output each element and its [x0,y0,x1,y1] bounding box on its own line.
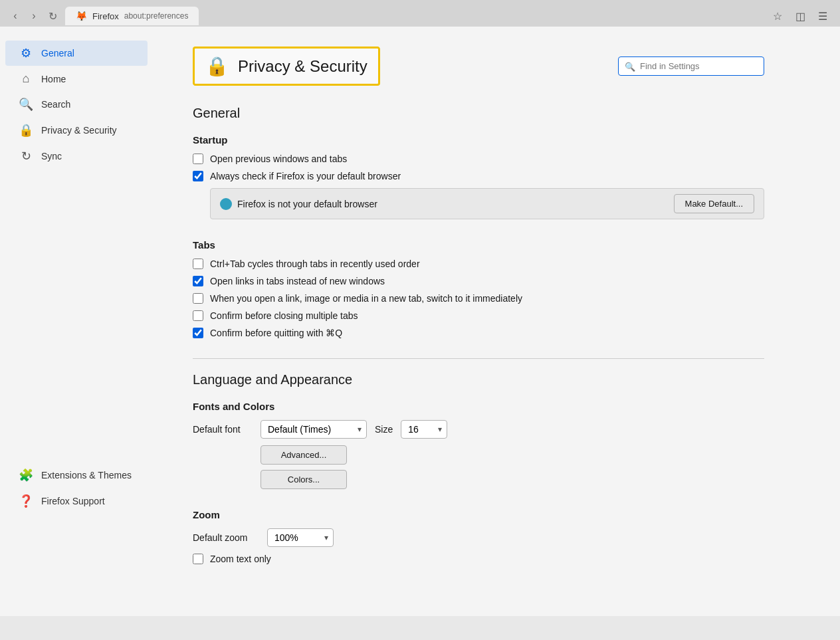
section-divider [193,358,764,359]
lang-appearance-block: Language and Appearance Fonts and Colors… [193,372,764,489]
zoom-text-only-row: Zoom text only [193,554,764,564]
default-zoom-row: Default zoom 100% [193,528,764,547]
sidebar-item-general[interactable]: ⚙ General [5,41,148,66]
page-header: 🔒 Privacy & Security 🔍 [193,27,764,99]
tabs-block: Tabs Ctrl+Tab cycles through tabs in rec… [193,239,764,338]
size-select[interactable]: 16 [401,420,447,439]
sidebar-item-search[interactable]: 🔍 Search [5,92,148,117]
ctrl-tab-label: Ctrl+Tab cycles through tabs in recently… [210,259,420,269]
general-section-title: General [193,106,764,121]
search-box: 🔍 [618,56,764,76]
sidebar-label-extensions: Extensions & Themes [41,470,132,480]
default-zoom-label: Default zoom [193,532,259,543]
advanced-button[interactable]: Advanced... [261,445,347,465]
tab-bar: ‹ › ↻ 🦊 Firefox about:preferences ☆ ◫ ☰ [0,0,840,27]
sidebar-label-home: Home [41,74,66,84]
find-search-icon: 🔍 [625,61,635,71]
font-buttons: Advanced... Colors... [261,445,764,489]
extensions-icon: 🧩 [19,468,33,482]
lock-icon: 🔒 [19,123,33,138]
default-browser-row: Firefox is not your default browser Make… [210,188,764,219]
sidebar-item-sync[interactable]: ↻ Sync [5,144,148,169]
menu-button[interactable]: ☰ [813,7,832,25]
switch-new-tab-row: When you open a link, image or media in … [193,293,764,304]
confirm-quit-checkbox[interactable] [193,328,203,338]
content-inner: 🔒 Privacy & Security 🔍 General Startup O… [193,27,764,564]
forward-button[interactable]: › [27,9,41,23]
sidebar-label-sync: Sync [41,151,62,161]
sidebar-label-search: Search [41,99,70,110]
back-button[interactable]: ‹ [8,9,23,23]
lang-appearance-title: Language and Appearance [193,372,764,387]
tab-title: Firefox [92,11,119,21]
open-links-tabs-label: Open links in tabs instead of new window… [210,276,385,286]
sidebar-label-support: Firefox Support [41,496,105,506]
pocket-button[interactable]: ◫ [791,7,809,25]
switch-new-tab-label: When you open a link, image or media in … [210,293,522,304]
sidebar-item-support[interactable]: ❓ Firefox Support [5,488,148,514]
open-previous-label: Open previous windows and tabs [210,154,347,164]
sidebar-label-privacy: Privacy & Security [41,125,117,136]
sidebar-item-home[interactable]: ⌂ Home [5,66,148,91]
browser-chrome: ‹ › ↻ 🦊 Firefox about:preferences ☆ ◫ ☰ [0,0,840,27]
search-icon: 🔍 [19,97,33,112]
make-default-button[interactable]: Make Default... [674,194,754,213]
ctrl-tab-checkbox[interactable] [193,259,203,269]
sync-icon: ↻ [19,149,33,163]
gear-icon: ⚙ [19,46,33,60]
home-icon: ⌂ [19,72,33,86]
reload-button[interactable]: ↻ [45,9,60,23]
sidebar-item-privacy[interactable]: 🔒 Privacy & Security [5,118,148,143]
confirm-quit-row: Confirm before quitting with ⌘Q [193,328,764,338]
main-content: 🔒 Privacy & Security 🔍 General Startup O… [153,27,840,616]
open-links-tabs-checkbox[interactable] [193,276,203,286]
tabs-title: Tabs [193,239,764,251]
size-label: Size [375,424,393,435]
zoom-block: Zoom Default zoom 100% Zoom text only [193,509,764,564]
zoom-select[interactable]: 100% [267,528,334,547]
browser-tab[interactable]: 🦊 Firefox about:preferences [65,7,199,25]
default-browser-icon [220,198,232,210]
check-default-row: Always check if Firefox is your default … [193,171,764,181]
zoom-text-only-label: Zoom text only [210,554,271,564]
fonts-colors-title: Fonts and Colors [193,401,764,412]
check-default-label: Always check if Firefox is your default … [210,171,401,181]
toolbar-right: ☆ ◫ ☰ [768,7,832,25]
bookmark-button[interactable]: ☆ [768,7,787,25]
app-layout: ⚙ General ⌂ Home 🔍 Search 🔒 Privacy & Se… [0,27,840,616]
confirm-quit-label: Confirm before quitting with ⌘Q [210,328,342,338]
tab-url: about:preferences [124,11,189,21]
sidebar: ⚙ General ⌂ Home 🔍 Search 🔒 Privacy & Se… [0,27,153,616]
default-browser-message: Firefox is not your default browser [237,199,377,209]
nav-buttons: ‹ › ↻ [8,9,60,23]
zoom-text-only-checkbox[interactable] [193,554,203,564]
switch-new-tab-checkbox[interactable] [193,293,203,304]
startup-title: Startup [193,134,764,146]
page-title-icon: 🔒 [205,55,229,77]
open-links-tabs-row: Open links in tabs instead of new window… [193,276,764,286]
ctrl-tab-row: Ctrl+Tab cycles through tabs in recently… [193,259,764,269]
default-browser-info: Firefox is not your default browser [220,198,377,210]
sidebar-bottom-nav: 🧩 Extensions & Themes ❓ Firefox Support [0,463,153,514]
zoom-select-wrapper: 100% [267,528,334,547]
check-default-checkbox[interactable] [193,171,203,181]
page-title-area: 🔒 Privacy & Security [193,47,380,86]
confirm-close-checkbox[interactable] [193,310,203,321]
tab-favicon: 🦊 [76,11,87,21]
default-font-label: Default font [193,424,253,435]
default-font-row: Default font Default (Times) Size 16 [193,420,764,439]
support-icon: ❓ [19,494,33,508]
default-font-select-wrapper: Default (Times) [261,420,367,439]
colors-button[interactable]: Colors... [261,470,347,489]
open-previous-row: Open previous windows and tabs [193,154,764,164]
confirm-close-label: Confirm before closing multiple tabs [210,310,358,321]
sidebar-label-general: General [41,48,74,58]
find-in-settings-input[interactable] [618,56,764,76]
open-previous-checkbox[interactable] [193,154,203,164]
startup-block: Startup Open previous windows and tabs A… [193,134,764,219]
sidebar-nav: ⚙ General ⌂ Home 🔍 Search 🔒 Privacy & Se… [0,41,153,169]
default-font-select[interactable]: Default (Times) [261,420,367,439]
zoom-title: Zoom [193,509,764,520]
confirm-close-row: Confirm before closing multiple tabs [193,310,764,321]
sidebar-item-extensions[interactable]: 🧩 Extensions & Themes [5,463,148,488]
